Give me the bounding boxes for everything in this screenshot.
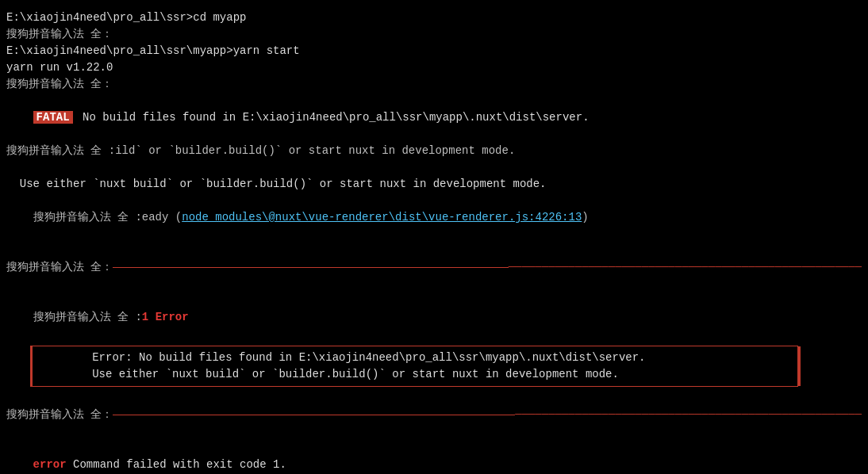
error-count-label: 1 Error — [142, 311, 189, 323]
stack-trace-link[interactable]: node_modules\@nuxt\vue-renderer\dist\vue… — [182, 211, 582, 224]
fatal-badge: FATAL — [33, 111, 73, 124]
error-badge: error — [33, 458, 67, 471]
yarn-version-line: yarn run v1.22.0 — [6, 59, 862, 76]
terminal-line: E:\xiaojin4need\pro_all\ssr>cd myapp — [6, 10, 862, 26]
blank-line — [6, 276, 862, 292]
error-box-line1: Error: No build files found in E:\xiaoji… — [39, 350, 791, 366]
suggestion-line: Use either `nuxt build` or `builder.buil… — [6, 176, 862, 193]
cmd-prompt: E:\xiaojin4need\pro_all\ssr>cd myapp — [6, 11, 246, 24]
error-cmd-line: error Command failed with exit code 1. — [6, 440, 862, 474]
ime-link-line: 搜狗拼音输入法 全 :eady (node_modules\@nuxt\vue-… — [6, 193, 862, 243]
blank-line — [6, 243, 862, 259]
error-box-line2: Use either `nuxt build` or `builder.buil… — [39, 366, 791, 383]
ime-hint-line: 搜狗拼音输入法 全： — [6, 76, 862, 93]
blank-line — [6, 159, 862, 176]
separator-line-2: 搜狗拼音输入法 全：──────────────────────────────… — [6, 407, 862, 423]
error-count-line: 搜狗拼音输入法 全 :1 Error — [6, 292, 862, 342]
ime-hint-line: 搜狗拼音输入法 全 :ild` or `builder.build()` or … — [6, 143, 862, 159]
blank-line — [6, 423, 862, 440]
separator-line: 搜狗拼音输入法 全：──────────────────────────────… — [6, 259, 862, 276]
ime-hint-line: 搜狗拼音输入法 全： — [6, 26, 862, 43]
error-detail-box: Error: No build files found in E:\xiaoji… — [30, 346, 798, 387]
blank-line — [6, 390, 862, 407]
fatal-error-line: FATAL No build files found in E:\xiaojin… — [6, 93, 862, 143]
terminal-line: E:\xiaojin4need\pro_all\ssr\myapp>yarn s… — [6, 43, 862, 59]
terminal-window: E:\xiaojin4need\pro_all\ssr>cd myapp 搜狗拼… — [5, 6, 863, 474]
